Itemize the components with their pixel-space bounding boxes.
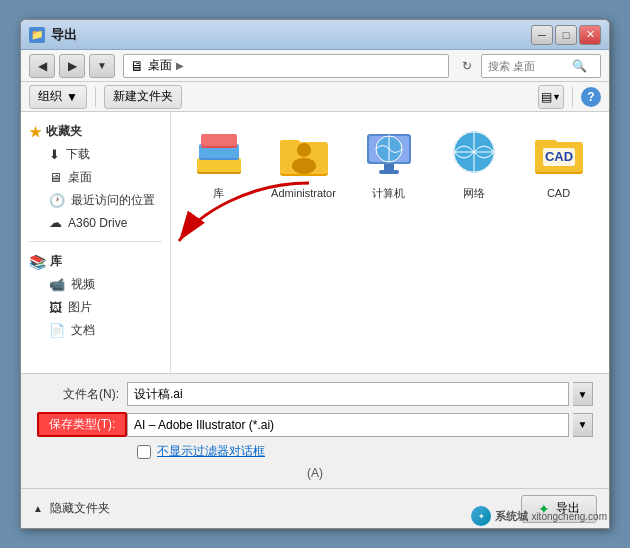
toolbar-separator2 xyxy=(572,87,573,107)
administrator-file-icon-wrap xyxy=(276,126,332,182)
address-icon: 🖥 xyxy=(130,58,144,74)
recent-icon: 🕐 xyxy=(49,193,65,208)
filename-dropdown-button[interactable]: ▼ xyxy=(573,382,593,406)
watermark: ✦ 系统城 xitongcheng.com xyxy=(471,506,607,526)
filter-label-text: 不显示过滤器对话框 xyxy=(157,444,265,458)
pictures-icon: 🖼 xyxy=(49,300,62,315)
toolbar-separator xyxy=(95,87,96,107)
administrator-file-name: Administrator xyxy=(271,186,336,200)
up-button[interactable]: ▼ xyxy=(89,54,115,78)
close-button[interactable]: ✕ xyxy=(579,25,601,45)
search-box[interactable]: 🔍 xyxy=(481,54,601,78)
cad-file-icon: CAD xyxy=(533,130,585,178)
documents-icon: 📄 xyxy=(49,323,65,338)
network-file-icon xyxy=(448,130,500,178)
file-item-administrator[interactable]: Administrator xyxy=(266,122,341,204)
filetype-label-text: 保存类型(T): xyxy=(49,417,116,431)
computer-file-name: 计算机 xyxy=(372,186,405,200)
address-bar[interactable]: 🖥 桌面 ▶ xyxy=(123,54,449,78)
favorites-label: 收藏夹 xyxy=(46,123,82,140)
filetype-row: 保存类型(T): ▼ xyxy=(37,412,593,437)
hide-folders-text: 隐藏文件夹 xyxy=(50,501,110,515)
svg-rect-17 xyxy=(379,170,399,174)
forward-button[interactable]: ▶ xyxy=(59,54,85,78)
action-bar: 组织 ▼ 新建文件夹 ▤ ▼ ? xyxy=(21,82,609,112)
computer-file-icon-wrap xyxy=(361,126,417,182)
bottom-panel: 文件名(N): ▼ 保存类型(T): ▼ 不显示过滤器对话框 (A) xyxy=(21,373,609,488)
window-title: 导出 xyxy=(51,26,77,44)
sidebar-item-recent[interactable]: 🕐 最近访问的位置 xyxy=(29,189,162,212)
filename-input-wrap: ▼ xyxy=(127,382,593,406)
hide-folders-icon: ▲ xyxy=(33,503,43,514)
sidebar-item-download-label: 下载 xyxy=(66,146,90,163)
organize-label: 组织 xyxy=(38,88,62,105)
filter-checkbox-row: 不显示过滤器对话框 xyxy=(137,443,593,460)
filetype-input[interactable] xyxy=(127,413,569,437)
search-input[interactable] xyxy=(488,60,568,72)
video-icon: 📹 xyxy=(49,277,65,292)
sidebar-item-recent-label: 最近访问的位置 xyxy=(71,192,155,209)
sidebar-item-video[interactable]: 📹 视频 xyxy=(29,273,162,296)
sidebar-item-desktop[interactable]: 🖥 桌面 xyxy=(29,166,162,189)
library-file-icon xyxy=(193,130,245,178)
watermark-site: xitongcheng.com xyxy=(531,511,607,522)
svg-rect-16 xyxy=(384,164,394,170)
svg-point-9 xyxy=(297,143,311,157)
watermark-text: 系统城 xitongcheng.com xyxy=(495,509,607,524)
filetype-input-wrap: ▼ xyxy=(127,413,593,437)
desktop-icon: 🖥 xyxy=(49,170,62,185)
sidebar-item-documents[interactable]: 📄 文档 xyxy=(29,319,162,342)
main-content: ★ 收藏夹 ⬇ 下载 🖥 桌面 🕐 最近访问的位置 ☁ A360 Dri xyxy=(21,112,609,373)
maximize-button[interactable]: □ xyxy=(555,25,577,45)
favorites-header[interactable]: ★ 收藏夹 xyxy=(29,120,162,143)
view-arrow-icon: ▼ xyxy=(552,92,561,102)
refresh-button[interactable]: ↻ xyxy=(457,56,477,76)
sidebar-item-a360-label: A360 Drive xyxy=(68,216,127,230)
file-item-cad[interactable]: CAD CAD xyxy=(521,122,596,204)
minimize-button[interactable]: ─ xyxy=(531,25,553,45)
new-folder-label: 新建文件夹 xyxy=(113,88,173,105)
file-item-computer[interactable]: 计算机 xyxy=(351,122,426,204)
library-folder-icon: 📚 xyxy=(29,254,46,270)
svg-point-10 xyxy=(292,158,316,174)
watermark-logo: ✦ xyxy=(471,506,491,526)
filter-checkbox[interactable] xyxy=(137,445,151,459)
back-button[interactable]: ◀ xyxy=(29,54,55,78)
sidebar-item-pictures[interactable]: 🖼 图片 xyxy=(29,296,162,319)
address-chevron-icon: ▶ xyxy=(176,60,184,71)
address-toolbar: ◀ ▶ ▼ 🖥 桌面 ▶ ↻ 🔍 xyxy=(21,50,609,82)
cloud-icon: ☁ xyxy=(49,215,62,230)
title-bar: 📁 导出 ─ □ ✕ xyxy=(21,20,609,50)
window-icon: 📁 xyxy=(29,27,45,43)
new-folder-button[interactable]: 新建文件夹 xyxy=(104,85,182,109)
star-icon: ★ xyxy=(29,124,42,140)
sidebar: ★ 收藏夹 ⬇ 下载 🖥 桌面 🕐 最近访问的位置 ☁ A360 Dri xyxy=(21,112,171,373)
sidebar-item-download[interactable]: ⬇ 下载 xyxy=(29,143,162,166)
cad-file-name: CAD xyxy=(547,186,570,200)
filetype-dropdown-button[interactable]: ▼ xyxy=(573,413,593,437)
download-icon: ⬇ xyxy=(49,147,60,162)
svg-rect-5 xyxy=(201,134,237,146)
network-file-icon-wrap xyxy=(446,126,502,182)
svg-rect-1 xyxy=(197,158,241,172)
filetype-label: 保存类型(T): xyxy=(37,412,127,437)
library-header[interactable]: 📚 库 xyxy=(29,250,162,273)
file-item-library[interactable]: 库 xyxy=(181,122,256,204)
help-button[interactable]: ? xyxy=(581,87,601,107)
filename-label: 文件名(N): xyxy=(37,386,127,403)
filter-checkbox-label: 不显示过滤器对话框 xyxy=(157,443,265,460)
view-icon: ▤ xyxy=(541,90,552,104)
file-item-network[interactable]: 网络 xyxy=(436,122,511,204)
filename-input[interactable] xyxy=(127,382,569,406)
sidebar-item-a360[interactable]: ☁ A360 Drive xyxy=(29,212,162,233)
library-label: 库 xyxy=(50,253,62,270)
organize-arrow-icon: ▼ xyxy=(66,90,78,104)
svg-text:CAD: CAD xyxy=(544,149,572,164)
watermark-name: 系统城 xyxy=(495,510,528,522)
administrator-file-icon xyxy=(278,128,330,180)
address-text: 桌面 xyxy=(148,57,172,74)
organize-button[interactable]: 组织 ▼ xyxy=(29,85,87,109)
file-area: 库 Administrator xyxy=(171,112,609,373)
search-icon: 🔍 xyxy=(572,59,587,73)
view-button[interactable]: ▤ ▼ xyxy=(538,85,564,109)
